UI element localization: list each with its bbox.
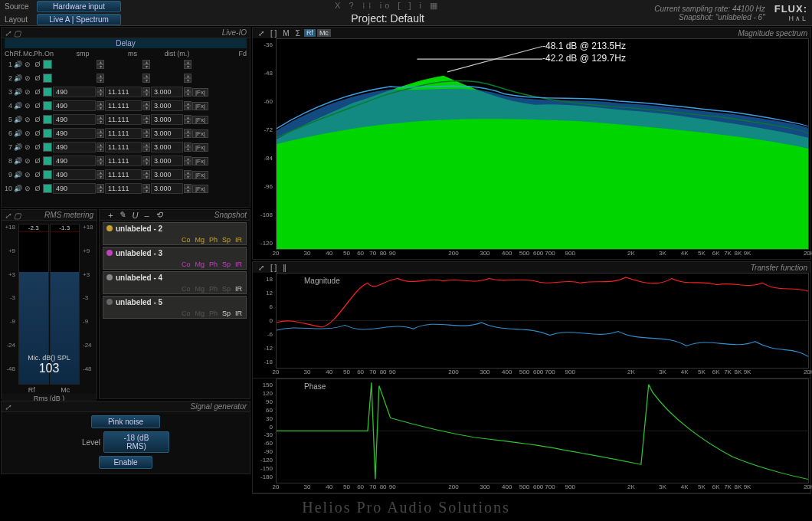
mc-toggle[interactable]: Mc <box>317 29 331 37</box>
spinner[interactable]: ▴▾ <box>184 60 192 69</box>
on-checkbox[interactable] <box>43 87 52 97</box>
mute-icon[interactable]: ⊘ <box>23 156 32 165</box>
dist-input[interactable] <box>151 183 183 194</box>
speaker-icon[interactable]: 🔊 <box>13 184 22 193</box>
mute-icon[interactable]: ⊘ <box>23 184 32 193</box>
mute-icon[interactable]: ⊘ <box>23 129 32 138</box>
on-checkbox[interactable] <box>43 101 52 110</box>
on-checkbox[interactable] <box>43 143 52 152</box>
expand-icon[interactable]: ⤢ <box>5 211 12 219</box>
spinner[interactable]: ▴▾ <box>184 184 192 193</box>
phase-icon[interactable]: Ø <box>33 101 42 110</box>
mute-icon[interactable]: ⊘ <box>23 87 32 97</box>
on-checkbox[interactable] <box>43 170 52 179</box>
spinner[interactable]: ▴▾ <box>142 129 150 138</box>
speaker-icon[interactable]: 🔊 <box>13 129 22 138</box>
noise-type-button[interactable]: Pink noise <box>91 415 160 428</box>
spinner[interactable]: ▴▾ <box>184 156 192 165</box>
ms-input[interactable] <box>105 183 142 194</box>
fx-button[interactable]: |Fx| <box>192 157 208 165</box>
mute-icon[interactable]: ⊘ <box>23 101 32 110</box>
ms-input[interactable] <box>105 169 142 180</box>
spinner[interactable]: ▴▾ <box>142 143 150 152</box>
on-checkbox[interactable] <box>43 60 52 69</box>
spinner[interactable]: ▴▾ <box>142 115 150 124</box>
expand-icon[interactable]: ⤢ <box>5 29 12 37</box>
spinner[interactable]: ▴▾ <box>142 170 150 179</box>
magnitude-plot[interactable]: Magnitude <box>276 273 809 369</box>
phase-icon[interactable]: Ø <box>33 143 42 152</box>
chart-tool[interactable]: [ ] <box>268 264 279 272</box>
phase-plot[interactable]: Phase <box>276 378 809 483</box>
snapshot-item[interactable]: unlabeled - 5CoMgPhSpIR <box>103 296 247 319</box>
smp-input[interactable] <box>53 169 96 180</box>
spinner[interactable]: ▴▾ <box>184 87 192 97</box>
spinner[interactable]: ▴▾ <box>184 101 192 110</box>
ms-input[interactable] <box>105 142 142 152</box>
snapshot-tool[interactable]: – <box>142 211 151 220</box>
fx-button[interactable]: |Fx| <box>192 143 208 152</box>
dist-input[interactable] <box>151 169 183 180</box>
chart-tool[interactable]: ⤢ <box>256 29 267 38</box>
spinner[interactable]: ▴▾ <box>142 101 150 110</box>
snapshot-item[interactable]: unlabeled - 2CoMgPhSpIR <box>103 222 247 245</box>
chart-tool[interactable]: Σ <box>293 29 303 38</box>
ms-input[interactable] <box>105 87 142 97</box>
fx-button[interactable]: |Fx| <box>192 185 208 193</box>
spinner[interactable]: ▴▾ <box>97 74 104 83</box>
smp-input[interactable] <box>53 183 96 194</box>
dist-input[interactable] <box>151 156 183 166</box>
layout-dropdown[interactable]: Live A | Spectrum <box>37 14 121 25</box>
speaker-icon[interactable]: 🔊 <box>13 156 22 165</box>
fx-button[interactable]: |Fx| <box>192 88 208 97</box>
ms-input[interactable] <box>105 100 142 111</box>
spinner[interactable]: ▴▾ <box>97 184 104 193</box>
spinner[interactable]: ▴▾ <box>97 87 104 97</box>
snapshot-tool[interactable]: U <box>129 211 140 220</box>
source-dropdown[interactable]: Hardware input <box>37 1 121 12</box>
chart-tool[interactable]: ⤢ <box>256 264 267 272</box>
spinner[interactable]: ▴▾ <box>184 115 192 124</box>
phase-icon[interactable]: Ø <box>33 129 42 138</box>
dist-input[interactable] <box>151 128 183 139</box>
smp-input[interactable] <box>53 128 96 139</box>
spinner[interactable]: ▴▾ <box>97 101 104 110</box>
spinner[interactable]: ▴▾ <box>184 74 192 83</box>
spinner[interactable]: ▴▾ <box>97 115 104 124</box>
mute-icon[interactable]: ⊘ <box>23 74 32 83</box>
box-icon[interactable]: ▢ <box>14 29 21 37</box>
snapshot-item[interactable]: unlabeled - 3CoMgPhSpIR <box>103 247 247 270</box>
smp-input[interactable] <box>53 100 96 111</box>
spinner[interactable]: ▴▾ <box>142 184 150 193</box>
fx-button[interactable]: |Fx| <box>192 129 208 138</box>
phase-icon[interactable]: Ø <box>33 156 42 165</box>
ms-input[interactable] <box>105 114 142 125</box>
on-checkbox[interactable] <box>43 184 52 193</box>
spinner[interactable]: ▴▾ <box>184 143 192 152</box>
speaker-icon[interactable]: 🔊 <box>13 60 22 69</box>
chart-tool[interactable]: [ ] <box>268 29 279 38</box>
snapshot-tool[interactable]: ⟲ <box>153 210 165 220</box>
dist-input[interactable] <box>151 87 183 97</box>
mute-icon[interactable]: ⊘ <box>23 143 32 152</box>
phase-icon[interactable]: Ø <box>33 87 42 97</box>
ms-input[interactable] <box>105 128 142 139</box>
speaker-icon[interactable]: 🔊 <box>13 74 22 83</box>
spinner[interactable]: ▴▾ <box>184 129 192 138</box>
phase-icon[interactable]: Ø <box>33 74 42 83</box>
speaker-icon[interactable]: 🔊 <box>13 115 22 124</box>
smp-input[interactable] <box>53 114 96 125</box>
level-value[interactable]: -18 (dB RMS) <box>103 431 169 453</box>
on-checkbox[interactable] <box>43 129 52 138</box>
snapshot-tool[interactable]: + <box>106 211 115 220</box>
speaker-icon[interactable]: 🔊 <box>13 101 22 110</box>
phase-icon[interactable]: Ø <box>33 170 42 179</box>
spinner[interactable]: ▴▾ <box>97 60 104 69</box>
on-checkbox[interactable] <box>43 115 52 124</box>
ms-input[interactable] <box>105 156 142 166</box>
fx-button[interactable]: |Fx| <box>192 116 208 124</box>
on-checkbox[interactable] <box>43 74 52 83</box>
spectrum-plot[interactable]: -48.1 dB @ 213.5Hz -42.2 dB @ 129.7Hz <box>276 38 809 250</box>
expand-icon[interactable]: ⤢ <box>5 403 12 411</box>
enable-button[interactable]: Enable <box>99 456 152 469</box>
